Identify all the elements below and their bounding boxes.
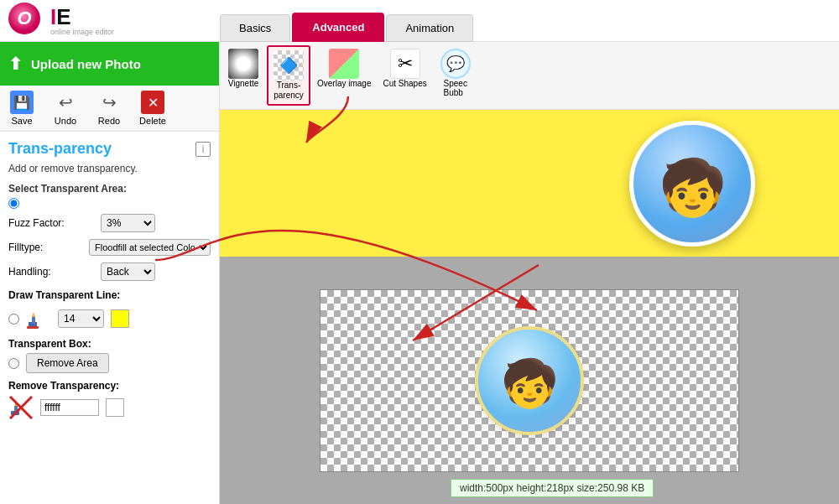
undo-button[interactable]: ↩ Undo bbox=[44, 86, 87, 131]
svg-marker-3 bbox=[32, 312, 35, 317]
draw-transparent-section: Draw Transparent Line: 148101216 bbox=[8, 289, 211, 331]
delete-button[interactable]: ✕ Delete bbox=[131, 86, 175, 131]
logo-icon: O bbox=[8, 3, 45, 39]
cut-shapes-tool[interactable]: ✂ Cut Shapes bbox=[378, 45, 431, 91]
radio-transparent-box[interactable] bbox=[8, 358, 19, 369]
speech-bubble-tool[interactable]: 💬 SpeecBubb bbox=[434, 45, 477, 101]
canvas-main: 🧒 width:500px height:218px size:250.98 K… bbox=[220, 257, 839, 504]
cut-shapes-icon: ✂ bbox=[390, 49, 420, 79]
transparent-box-section: Transparent Box: Remove Area bbox=[8, 338, 211, 373]
toolbar: 💾 Save ↩ Undo ↪ Redo ✕ Delete bbox=[0, 86, 219, 132]
draw-size-select[interactable]: 148101216 bbox=[58, 309, 104, 328]
hex-color-input[interactable] bbox=[40, 399, 99, 416]
filltype-row: Filltype: Floodfill at selected ColoFloo… bbox=[8, 239, 211, 256]
radio-option-1 bbox=[8, 198, 211, 209]
transparency-tool[interactable]: 🔷 Trans-parency bbox=[267, 45, 310, 106]
svg-rect-2 bbox=[32, 317, 35, 324]
logo-text: IE online image editor bbox=[50, 6, 114, 36]
upload-button[interactable]: ⬆ Upload new Photo bbox=[0, 42, 219, 86]
panel-desc: Add or remove transparency. bbox=[8, 163, 211, 174]
speech-bubble-icon: 💬 bbox=[440, 49, 471, 79]
draw-trans-label: Draw Transparent Line: bbox=[8, 289, 211, 301]
filltype-label: Filltype: bbox=[8, 242, 89, 253]
radio-select-area-1[interactable] bbox=[8, 198, 19, 209]
draw-pencil-icon bbox=[26, 306, 51, 331]
logo-area: O IE online image editor bbox=[0, 3, 220, 39]
panel-title: Trans-parency bbox=[8, 140, 112, 158]
tab-basics[interactable]: Basics bbox=[220, 14, 290, 42]
undo-icon: ↩ bbox=[54, 91, 77, 114]
redo-icon: ↪ bbox=[97, 91, 121, 114]
vignette-icon bbox=[228, 49, 258, 79]
handling-row: Handling: BackNone bbox=[8, 262, 211, 281]
draw-color-picker[interactable] bbox=[111, 309, 129, 328]
remove-area-button[interactable]: Remove Area bbox=[26, 353, 109, 373]
canvas-status: width:500px height:218px size:250.98 KB bbox=[451, 479, 654, 497]
transparency-icon: 🔷 bbox=[274, 50, 304, 81]
anime-circle-canvas: 🧒 bbox=[475, 326, 584, 435]
vignette-tool[interactable]: Vignette bbox=[221, 45, 265, 91]
delete-icon: ✕ bbox=[141, 91, 164, 114]
overlay-tool[interactable]: Overlay image bbox=[312, 45, 376, 91]
overlay-icon bbox=[329, 49, 359, 79]
remove-trans-icon bbox=[8, 395, 34, 420]
fuzz-label: Fuzz Factor: bbox=[8, 217, 101, 229]
handling-select[interactable]: BackNone bbox=[101, 262, 155, 281]
fuzz-factor-row: Fuzz Factor: 3%1%5%10% bbox=[8, 214, 211, 232]
transparency-panel: Trans-parency i Add or remove transparen… bbox=[0, 132, 219, 429]
tools-icon-row: Vignette 🔷 Trans-parency Overlay image ✂… bbox=[220, 42, 839, 110]
save-button[interactable]: 💾 Save bbox=[0, 86, 44, 131]
fuzz-select[interactable]: 3%1%5%10% bbox=[101, 214, 155, 232]
handling-label: Handling: bbox=[8, 266, 101, 278]
canvas-frame[interactable]: 🧒 bbox=[320, 289, 739, 472]
canvas-preview-top: 🧒 bbox=[220, 110, 839, 257]
transparent-box-label: Transparent Box: bbox=[8, 338, 211, 350]
anime-character-preview: 🧒 bbox=[659, 160, 727, 215]
filltype-select[interactable]: Floodfill at selected ColoFloodfill enti… bbox=[89, 239, 211, 256]
panel-info-button[interactable]: i bbox=[195, 142, 211, 157]
tabs-bar: Basics Advanced Animation bbox=[220, 0, 473, 42]
remove-transparency-label: Remove Transparency: bbox=[8, 380, 211, 392]
tab-advanced[interactable]: Advanced bbox=[292, 13, 384, 42]
select-transparent-area-section: Select Transparent Area: bbox=[8, 183, 211, 209]
anime-character-canvas: 🧒 bbox=[501, 361, 559, 407]
svg-rect-4 bbox=[27, 326, 39, 329]
canvas-area: Vignette 🔷 Trans-parency Overlay image ✂… bbox=[220, 42, 839, 504]
anime-circle-preview: 🧒 bbox=[629, 121, 755, 247]
remove-transparency-section: Remove Transparency: bbox=[8, 380, 211, 420]
select-area-label: Select Transparent Area: bbox=[8, 183, 211, 195]
white-color-swatch bbox=[106, 398, 124, 417]
radio-draw[interactable] bbox=[8, 314, 19, 325]
save-icon: 💾 bbox=[10, 91, 34, 114]
redo-button[interactable]: ↪ Redo bbox=[87, 86, 131, 131]
tab-animation[interactable]: Animation bbox=[386, 14, 473, 42]
upload-icon: ⬆ bbox=[8, 54, 23, 74]
